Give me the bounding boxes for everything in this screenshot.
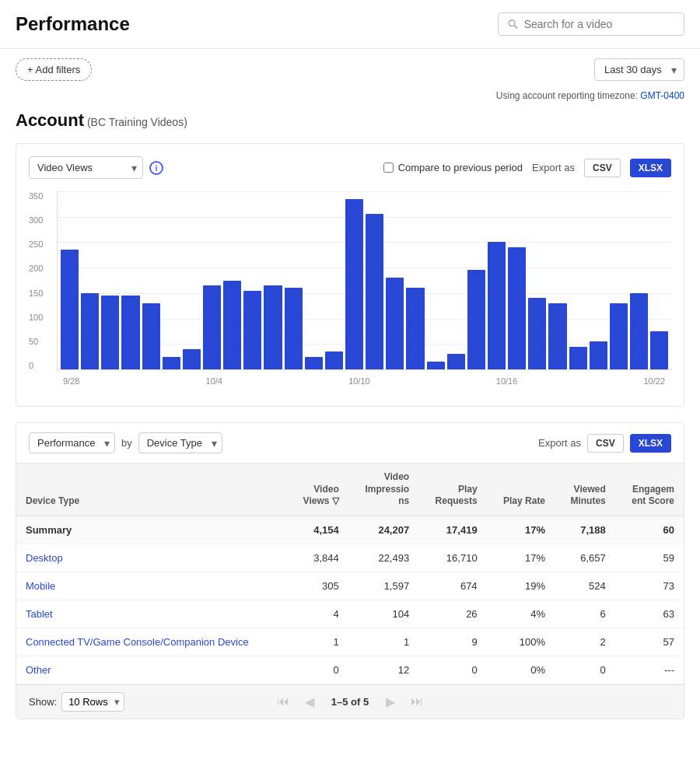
row-device-type[interactable]: Other bbox=[16, 656, 287, 684]
chart-bar bbox=[61, 250, 79, 369]
compare-checkbox-input[interactable] bbox=[383, 163, 394, 173]
table-row: Other 0 12 0 0% 0 --- bbox=[16, 656, 684, 684]
chart-container: Video Views Video Impressions Play Rate … bbox=[16, 143, 684, 407]
timezone-row: Using account reporting timezone: GMT-04… bbox=[0, 90, 700, 107]
show-rows: Show: 10 Rows 25 Rows 50 Rows bbox=[29, 692, 124, 712]
search-icon bbox=[508, 19, 518, 30]
summary-label: Summary bbox=[16, 516, 287, 544]
first-page-button[interactable]: ⏮ bbox=[272, 693, 294, 710]
table-export-csv-button[interactable]: CSV bbox=[587, 434, 624, 453]
chart-bar bbox=[590, 341, 607, 369]
row-viewed-minutes: 6,657 bbox=[555, 544, 615, 572]
chart-bar bbox=[81, 293, 99, 369]
chart-bar bbox=[569, 347, 587, 369]
chart-bar bbox=[142, 303, 160, 369]
rows-select[interactable]: 10 Rows 25 Rows 50 Rows bbox=[61, 692, 124, 712]
export-label: Export as bbox=[532, 162, 575, 173]
row-viewed-minutes: 524 bbox=[555, 572, 615, 600]
chart-bar bbox=[366, 214, 383, 369]
chart-bar bbox=[121, 296, 139, 369]
next-page-button[interactable]: ▶ bbox=[381, 693, 400, 711]
page-title: Performance bbox=[16, 13, 130, 35]
chart-bar bbox=[183, 349, 201, 369]
table-toolbar-left: Performance by Device Type bbox=[29, 432, 222, 453]
row-device-type[interactable]: Tablet bbox=[16, 600, 287, 628]
table-export-label: Export as bbox=[538, 437, 581, 449]
row-device-type[interactable]: Connected TV/Game Console/Companion Devi… bbox=[16, 628, 287, 656]
chart-bar bbox=[447, 354, 465, 369]
account-title: Account bbox=[16, 110, 84, 130]
metric-select[interactable]: Video Views Video Impressions Play Rate bbox=[29, 156, 143, 179]
device-type-select-wrapper: Device Type bbox=[138, 432, 222, 453]
chart-bar bbox=[467, 270, 485, 369]
chart-bar bbox=[610, 303, 628, 369]
row-device-type[interactable]: Desktop bbox=[16, 544, 287, 572]
compare-checkbox[interactable]: Compare to previous period bbox=[383, 162, 523, 173]
info-icon[interactable]: i bbox=[149, 161, 163, 175]
metric-select-wrapper: Video Views Video Impressions Play Rate bbox=[29, 156, 143, 179]
row-viewed-minutes: 2 bbox=[555, 628, 615, 656]
row-play-rate: 17% bbox=[487, 544, 555, 572]
summary-row: Summary 4,154 24,207 17,419 17% 7,188 60 bbox=[16, 516, 684, 544]
chart-bar bbox=[528, 298, 546, 369]
bars-area bbox=[57, 191, 671, 370]
prev-page-button[interactable]: ◀ bbox=[300, 693, 319, 711]
date-range-select[interactable]: Last 30 days Last 7 days Last 90 days bbox=[594, 58, 684, 81]
chart-area: 350 300 250 200 150 100 50 0 9/28 10/4 1… bbox=[29, 191, 671, 393]
table-toolbar: Performance by Device Type Export as CSV… bbox=[16, 423, 684, 463]
chart-bar bbox=[508, 247, 526, 369]
chart-bar bbox=[203, 285, 221, 369]
search-input[interactable] bbox=[524, 18, 674, 30]
row-engagement-score: 59 bbox=[615, 544, 684, 572]
add-filters-button[interactable]: + Add filters bbox=[16, 58, 92, 81]
table-row: Tablet 4 104 26 4% 6 63 bbox=[16, 600, 684, 628]
summary-video-views: 4,154 bbox=[287, 516, 348, 544]
row-viewed-minutes: 0 bbox=[555, 656, 615, 684]
row-video-impressions: 22,493 bbox=[348, 544, 418, 572]
row-device-type[interactable]: Mobile bbox=[16, 572, 287, 600]
by-label: by bbox=[121, 437, 132, 449]
performance-select-wrapper: Performance bbox=[29, 432, 115, 453]
table-row: Desktop 3,844 22,493 16,710 17% 6,657 59 bbox=[16, 544, 684, 572]
timezone-link[interactable]: GMT-0400 bbox=[640, 90, 684, 101]
performance-select[interactable]: Performance bbox=[29, 432, 115, 453]
row-engagement-score: 73 bbox=[615, 572, 684, 600]
row-video-views: 305 bbox=[287, 572, 348, 600]
table-section: Performance by Device Type Export as CSV… bbox=[16, 422, 684, 719]
summary-video-impressions: 24,207 bbox=[348, 516, 418, 544]
chart-export-csv-button[interactable]: CSV bbox=[584, 159, 621, 177]
row-play-rate: 19% bbox=[487, 572, 555, 600]
page-info: 1–5 of 5 bbox=[325, 696, 375, 708]
last-page-button[interactable]: ⏭ bbox=[406, 693, 428, 710]
svg-line-1 bbox=[514, 26, 517, 29]
row-play-requests: 674 bbox=[418, 572, 486, 600]
col-video-views: VideoViews ▽ bbox=[287, 463, 348, 516]
chart-export-xlsx-button[interactable]: XLSX bbox=[630, 159, 671, 177]
rows-select-wrapper: 10 Rows 25 Rows 50 Rows bbox=[61, 692, 124, 712]
y-axis-labels: 350 300 250 200 150 100 50 0 bbox=[29, 191, 54, 370]
chart-bar bbox=[325, 352, 343, 369]
chart-bar bbox=[243, 291, 261, 369]
search-box[interactable] bbox=[498, 12, 684, 36]
row-engagement-score: 57 bbox=[615, 628, 684, 656]
account-subtitle: (BC Training Videos) bbox=[87, 116, 187, 128]
col-play-rate: Play Rate bbox=[487, 463, 555, 516]
row-play-requests: 16,710 bbox=[418, 544, 486, 572]
chart-bar bbox=[101, 296, 119, 369]
chart-bar bbox=[488, 242, 506, 369]
chart-bar bbox=[345, 199, 363, 369]
row-video-impressions: 12 bbox=[348, 656, 418, 684]
row-play-requests: 26 bbox=[418, 600, 486, 628]
chart-bar bbox=[305, 357, 323, 369]
table-toolbar-right: Export as CSV XLSX bbox=[538, 434, 671, 453]
summary-viewed-minutes: 7,188 bbox=[555, 516, 615, 544]
row-video-impressions: 104 bbox=[348, 600, 418, 628]
table-footer: Show: 10 Rows 25 Rows 50 Rows ⏮ ◀ 1–5 of… bbox=[16, 684, 684, 719]
table-export-xlsx-button[interactable]: XLSX bbox=[630, 434, 671, 453]
col-play-requests: PlayRequests bbox=[418, 463, 486, 516]
chart-bar bbox=[223, 281, 241, 370]
device-type-select[interactable]: Device Type bbox=[138, 432, 222, 453]
row-video-views: 1 bbox=[287, 628, 348, 656]
chart-toolbar: Video Views Video Impressions Play Rate … bbox=[29, 156, 671, 179]
col-video-impressions: VideoImpressions bbox=[348, 463, 418, 516]
